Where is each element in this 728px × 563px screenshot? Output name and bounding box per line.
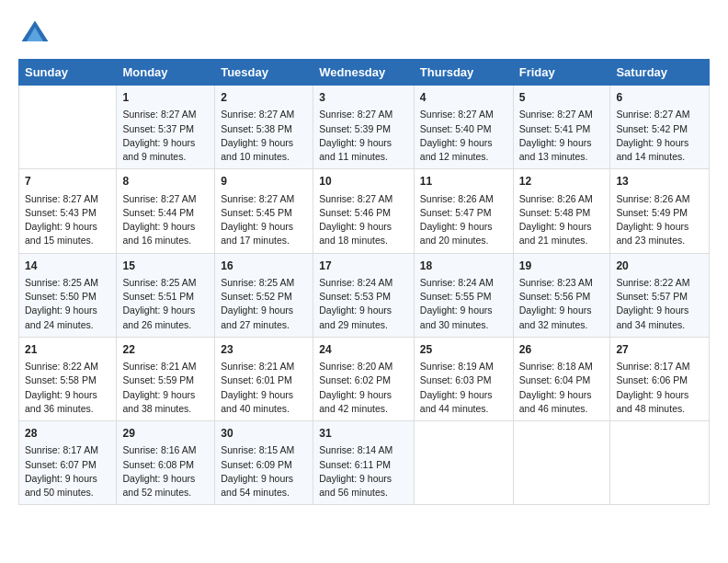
day-cell xyxy=(610,421,710,505)
day-number: 13 xyxy=(616,174,703,190)
day-number: 29 xyxy=(122,426,209,442)
day-info: Sunrise: 8:19 AMSunset: 6:03 PMDaylight:… xyxy=(420,360,507,416)
day-number: 24 xyxy=(319,342,408,358)
header xyxy=(18,17,710,50)
day-number: 30 xyxy=(221,426,307,442)
day-number: 20 xyxy=(616,259,703,274)
day-cell: 29Sunrise: 8:16 AMSunset: 6:08 PMDayligh… xyxy=(117,421,215,505)
weekday-header-friday: Friday xyxy=(513,60,610,86)
day-number: 23 xyxy=(221,342,307,358)
day-cell: 31Sunrise: 8:14 AMSunset: 6:11 PMDayligh… xyxy=(313,421,415,505)
day-info: Sunrise: 8:26 AMSunset: 5:48 PMDaylight:… xyxy=(519,192,605,248)
day-number: 18 xyxy=(420,259,507,274)
day-cell xyxy=(19,86,117,169)
day-info: Sunrise: 8:15 AMSunset: 6:09 PMDaylight:… xyxy=(221,443,307,500)
day-number: 26 xyxy=(519,342,605,358)
day-cell: 28Sunrise: 8:17 AMSunset: 6:07 PMDayligh… xyxy=(19,421,117,505)
day-info: Sunrise: 8:24 AMSunset: 5:55 PMDaylight:… xyxy=(420,276,507,332)
day-cell: 23Sunrise: 8:21 AMSunset: 6:01 PMDayligh… xyxy=(215,337,313,420)
day-cell: 13Sunrise: 8:26 AMSunset: 5:49 PMDayligh… xyxy=(610,169,710,253)
day-cell: 25Sunrise: 8:19 AMSunset: 6:03 PMDayligh… xyxy=(414,337,513,420)
logo-icon xyxy=(18,17,51,50)
weekday-header-tuesday: Tuesday xyxy=(215,60,313,86)
weekday-header-monday: Monday xyxy=(117,60,215,86)
week-row-5: 28Sunrise: 8:17 AMSunset: 6:07 PMDayligh… xyxy=(19,421,710,505)
day-number: 3 xyxy=(319,90,408,106)
day-number: 12 xyxy=(519,174,605,190)
day-info: Sunrise: 8:27 AMSunset: 5:43 PMDaylight:… xyxy=(25,192,110,248)
day-info: Sunrise: 8:27 AMSunset: 5:37 PMDaylight:… xyxy=(122,108,209,164)
day-number: 19 xyxy=(519,259,605,274)
day-number: 7 xyxy=(25,174,110,190)
day-cell: 12Sunrise: 8:26 AMSunset: 5:48 PMDayligh… xyxy=(513,169,610,253)
day-number: 6 xyxy=(616,90,703,106)
day-cell: 8Sunrise: 8:27 AMSunset: 5:44 PMDaylight… xyxy=(117,169,215,253)
day-info: Sunrise: 8:24 AMSunset: 5:53 PMDaylight:… xyxy=(319,276,408,332)
day-cell: 4Sunrise: 8:27 AMSunset: 5:40 PMDaylight… xyxy=(414,86,513,169)
day-cell: 5Sunrise: 8:27 AMSunset: 5:41 PMDaylight… xyxy=(513,86,610,169)
day-cell: 22Sunrise: 8:21 AMSunset: 5:59 PMDayligh… xyxy=(117,337,215,420)
day-number: 5 xyxy=(519,90,605,106)
day-info: Sunrise: 8:22 AMSunset: 5:57 PMDaylight:… xyxy=(616,276,703,332)
day-number: 15 xyxy=(122,259,209,274)
week-row-4: 21Sunrise: 8:22 AMSunset: 5:58 PMDayligh… xyxy=(19,337,710,420)
day-cell: 6Sunrise: 8:27 AMSunset: 5:42 PMDaylight… xyxy=(610,86,710,169)
day-cell xyxy=(414,421,513,505)
weekday-header-wednesday: Wednesday xyxy=(313,60,415,86)
day-cell: 2Sunrise: 8:27 AMSunset: 5:38 PMDaylight… xyxy=(215,86,313,169)
day-cell: 9Sunrise: 8:27 AMSunset: 5:45 PMDaylight… xyxy=(215,169,313,253)
day-cell: 26Sunrise: 8:18 AMSunset: 6:04 PMDayligh… xyxy=(513,337,610,420)
day-cell: 27Sunrise: 8:17 AMSunset: 6:06 PMDayligh… xyxy=(610,337,710,420)
day-info: Sunrise: 8:27 AMSunset: 5:42 PMDaylight:… xyxy=(616,108,703,164)
day-cell xyxy=(513,421,610,505)
day-number: 8 xyxy=(122,174,209,190)
logo xyxy=(18,17,55,50)
weekday-header-saturday: Saturday xyxy=(610,60,710,86)
day-info: Sunrise: 8:22 AMSunset: 5:58 PMDaylight:… xyxy=(25,360,110,416)
day-number: 22 xyxy=(122,342,209,358)
day-info: Sunrise: 8:27 AMSunset: 5:44 PMDaylight:… xyxy=(122,192,209,248)
weekday-header-sunday: Sunday xyxy=(19,60,117,86)
day-cell: 1Sunrise: 8:27 AMSunset: 5:37 PMDaylight… xyxy=(117,86,215,169)
day-info: Sunrise: 8:17 AMSunset: 6:07 PMDaylight:… xyxy=(25,443,110,500)
day-cell: 7Sunrise: 8:27 AMSunset: 5:43 PMDaylight… xyxy=(19,169,117,253)
day-info: Sunrise: 8:27 AMSunset: 5:38 PMDaylight:… xyxy=(221,108,307,164)
page: SundayMondayTuesdayWednesdayThursdayFrid… xyxy=(0,0,728,563)
day-number: 28 xyxy=(25,426,110,442)
day-info: Sunrise: 8:26 AMSunset: 5:47 PMDaylight:… xyxy=(420,192,507,248)
day-cell: 30Sunrise: 8:15 AMSunset: 6:09 PMDayligh… xyxy=(215,421,313,505)
day-cell: 16Sunrise: 8:25 AMSunset: 5:52 PMDayligh… xyxy=(215,253,313,337)
week-row-1: 1Sunrise: 8:27 AMSunset: 5:37 PMDaylight… xyxy=(19,86,710,169)
day-cell: 20Sunrise: 8:22 AMSunset: 5:57 PMDayligh… xyxy=(610,253,710,337)
day-number: 10 xyxy=(319,174,408,190)
weekday-header-thursday: Thursday xyxy=(414,60,513,86)
day-number: 27 xyxy=(616,342,703,358)
day-info: Sunrise: 8:21 AMSunset: 6:01 PMDaylight:… xyxy=(221,360,307,416)
day-cell: 11Sunrise: 8:26 AMSunset: 5:47 PMDayligh… xyxy=(414,169,513,253)
day-cell: 17Sunrise: 8:24 AMSunset: 5:53 PMDayligh… xyxy=(313,253,415,337)
day-cell: 10Sunrise: 8:27 AMSunset: 5:46 PMDayligh… xyxy=(313,169,415,253)
day-info: Sunrise: 8:25 AMSunset: 5:51 PMDaylight:… xyxy=(122,276,209,332)
day-cell: 21Sunrise: 8:22 AMSunset: 5:58 PMDayligh… xyxy=(19,337,117,420)
day-info: Sunrise: 8:27 AMSunset: 5:45 PMDaylight:… xyxy=(221,192,307,248)
day-cell: 24Sunrise: 8:20 AMSunset: 6:02 PMDayligh… xyxy=(313,337,415,420)
week-row-3: 14Sunrise: 8:25 AMSunset: 5:50 PMDayligh… xyxy=(19,253,710,337)
day-number: 25 xyxy=(420,342,507,358)
week-row-2: 7Sunrise: 8:27 AMSunset: 5:43 PMDaylight… xyxy=(19,169,710,253)
day-cell: 15Sunrise: 8:25 AMSunset: 5:51 PMDayligh… xyxy=(117,253,215,337)
day-cell: 19Sunrise: 8:23 AMSunset: 5:56 PMDayligh… xyxy=(513,253,610,337)
day-info: Sunrise: 8:20 AMSunset: 6:02 PMDaylight:… xyxy=(319,360,408,416)
day-info: Sunrise: 8:26 AMSunset: 5:49 PMDaylight:… xyxy=(616,192,703,248)
day-cell: 18Sunrise: 8:24 AMSunset: 5:55 PMDayligh… xyxy=(414,253,513,337)
day-cell: 14Sunrise: 8:25 AMSunset: 5:50 PMDayligh… xyxy=(19,253,117,337)
calendar-table: SundayMondayTuesdayWednesdayThursdayFrid… xyxy=(18,59,710,505)
weekday-header-row: SundayMondayTuesdayWednesdayThursdayFrid… xyxy=(19,60,710,86)
day-info: Sunrise: 8:27 AMSunset: 5:46 PMDaylight:… xyxy=(319,192,408,248)
day-number: 14 xyxy=(25,259,110,274)
day-cell: 3Sunrise: 8:27 AMSunset: 5:39 PMDaylight… xyxy=(313,86,415,169)
day-number: 2 xyxy=(221,90,307,106)
day-info: Sunrise: 8:23 AMSunset: 5:56 PMDaylight:… xyxy=(519,276,605,332)
day-number: 9 xyxy=(221,174,307,190)
day-number: 11 xyxy=(420,174,507,190)
day-number: 4 xyxy=(420,90,507,106)
